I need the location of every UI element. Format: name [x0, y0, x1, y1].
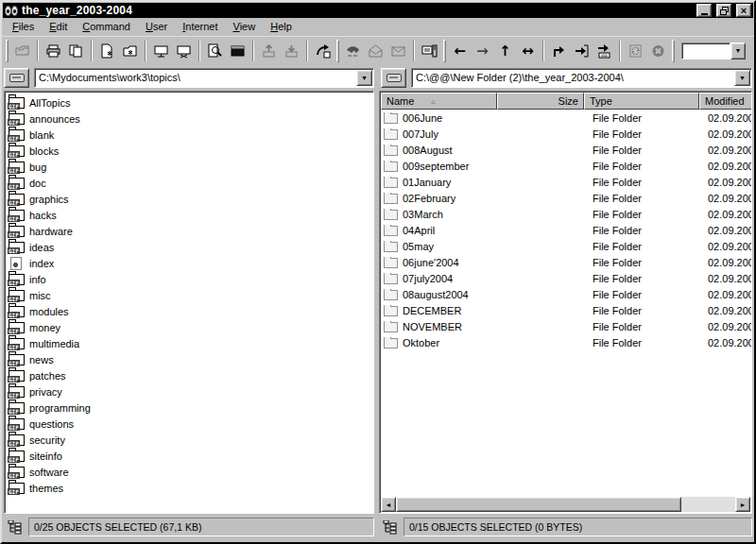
left-pane-item[interactable]: GIFgraphics [7, 191, 373, 207]
quick-filter-combo[interactable]: ▼ [681, 42, 746, 60]
left-pane-item[interactable]: GIFpatches [7, 367, 373, 383]
column-header-size[interactable]: Size [497, 93, 584, 110]
left-pane-item[interactable]: GIFideas [7, 239, 373, 255]
right-drive-button[interactable] [381, 68, 406, 88]
left-pane-item[interactable]: GIFhacks [7, 207, 373, 223]
right-path-value[interactable]: C:\@@\New Folder (2)\the_year_2003-2004\ [412, 69, 733, 87]
scrollbar-track[interactable] [396, 497, 735, 512]
new-folder-button[interactable] [119, 40, 141, 62]
file-row[interactable]: 08august2004File Folder02.09.2004 [381, 286, 752, 302]
horizontal-scrollbar[interactable]: ◄ ► [381, 497, 750, 512]
quick-filter-value[interactable] [681, 42, 730, 60]
up-button[interactable]: ↑ [494, 40, 516, 62]
right-path-combo[interactable]: C:\@@\New Folder (2)\the_year_2003-2004\… [411, 68, 752, 88]
download-button[interactable] [281, 40, 302, 62]
tree-icon[interactable] [4, 518, 25, 536]
toolbar-gripper[interactable] [672, 40, 675, 62]
close-button[interactable]: × [736, 4, 751, 17]
left-pane-item[interactable]: index [7, 255, 373, 271]
file-row[interactable]: 07july2004File Folder02.09.2004 [381, 270, 752, 286]
right-path-dropdown-button[interactable]: ▼ [734, 70, 750, 86]
left-pane-item[interactable]: GIFmultimedia [7, 335, 373, 351]
scroll-left-button[interactable]: ◄ [381, 497, 396, 512]
menu-user[interactable]: User [138, 19, 175, 35]
mail-read-button[interactable] [387, 40, 409, 62]
sync-folders-button[interactable] [11, 40, 33, 62]
tree-icon[interactable] [379, 518, 400, 536]
mail-send-button[interactable] [365, 40, 387, 62]
file-row[interactable]: 006JuneFile Folder02.09.2004 [381, 110, 752, 126]
file-row[interactable]: 03MarchFile Folder02.09.2004 [381, 206, 752, 222]
left-path-value[interactable]: C:\Mydocuments\work3\topics\ [35, 69, 355, 87]
refresh-button[interactable] [625, 40, 646, 62]
menu-files[interactable]: Files [5, 19, 42, 35]
left-pane-item[interactable]: GIFblank [7, 127, 373, 143]
left-path-combo[interactable]: C:\Mydocuments\work3\topics\ ▼ [34, 68, 374, 88]
left-pane-item[interactable]: GIFprivacy [7, 383, 373, 400]
left-pane-item[interactable]: GIFmisc [7, 287, 373, 303]
file-row[interactable]: NOVEMBERFile Folder02.09.2004 [381, 318, 752, 334]
left-pane-item[interactable]: GIFbug [7, 159, 373, 175]
left-pane-item[interactable]: GIFmodules [7, 303, 373, 319]
file-row[interactable]: 01JanuaryFile Folder02.09.2004 [381, 174, 752, 190]
menu-internet[interactable]: Internet [175, 19, 225, 35]
swap-panels-button[interactable]: ↔ [517, 40, 539, 62]
left-file-pane[interactable]: GIFAllTopics GIFannounces GIFblank GIFbl… [4, 91, 374, 514]
upload-button[interactable] [258, 40, 280, 62]
print-button[interactable] [43, 40, 64, 62]
transfer-button[interactable] [312, 40, 334, 62]
left-pane-item[interactable]: GIFannounces [7, 110, 373, 127]
menu-view[interactable]: View [226, 19, 264, 35]
left-pane-item[interactable]: GIFprogramming [7, 400, 373, 416]
left-pane-item[interactable]: GIFmoney [7, 319, 373, 335]
disconnect-button[interactable] [173, 40, 195, 62]
copy-button[interactable] [65, 40, 87, 62]
scroll-right-button[interactable]: ► [735, 497, 750, 512]
column-header-type[interactable]: Type [584, 93, 699, 110]
back-button[interactable]: ← [449, 40, 471, 62]
scrollbar-thumb[interactable] [396, 497, 681, 512]
terminal-button[interactable] [227, 40, 249, 62]
connect-button[interactable] [150, 40, 172, 62]
remote-computer-button[interactable] [419, 40, 440, 62]
toolbar-gripper[interactable] [443, 40, 446, 62]
new-file-button[interactable] [96, 40, 118, 62]
file-row[interactable]: 008AugustFile Folder02.09.2004 [381, 142, 752, 158]
right-file-pane[interactable]: Name▵ Size Type Modified 006JuneFile Fol… [379, 91, 752, 514]
menu-help[interactable]: Help [263, 19, 300, 35]
left-drive-button[interactable] [4, 68, 29, 88]
file-row[interactable]: 009septemberFile Folder02.09.2004 [381, 158, 752, 174]
column-header-modified[interactable]: Modified [699, 93, 752, 110]
left-pane-item[interactable]: GIFdoc [7, 175, 373, 191]
left-pane-item[interactable]: GIFthemes [7, 480, 373, 496]
file-row[interactable]: 02FebruaryFile Folder02.09.2004 [381, 190, 752, 206]
stop-button[interactable] [647, 40, 669, 62]
file-row[interactable]: 06june'2004File Folder02.09.2004 [381, 254, 752, 270]
left-pane-item[interactable]: GIFquestions [7, 416, 373, 432]
toolbar-gripper[interactable] [6, 40, 9, 62]
dial-button[interactable] [342, 40, 364, 62]
left-pane-item[interactable]: GIFinfo [7, 271, 373, 287]
left-path-dropdown-button[interactable]: ▼ [356, 70, 372, 86]
left-pane-item[interactable]: GIFAllTopics [7, 94, 373, 110]
go-into-button[interactable] [571, 40, 593, 62]
left-pane-item[interactable]: GIFsiteinfo [7, 448, 373, 464]
find-button[interactable] [204, 40, 226, 62]
left-pane-item[interactable]: GIFblocks [7, 143, 373, 159]
file-row[interactable]: 04AprilFile Folder02.09.2004 [381, 222, 752, 238]
left-pane-item[interactable]: GIFhardware [7, 223, 373, 239]
toolbar-gripper[interactable] [336, 40, 339, 62]
forward-button[interactable]: → [472, 40, 493, 62]
left-pane-item[interactable]: GIFsecurity [7, 432, 373, 448]
file-row[interactable]: DECEMBERFile Folder02.09.2004 [381, 302, 752, 318]
left-pane-item[interactable]: GIFsoftware [7, 464, 373, 480]
left-pane-item[interactable]: GIFnews [7, 351, 373, 367]
menu-edit[interactable]: Edit [42, 19, 75, 35]
column-header-name[interactable]: Name▵ [381, 93, 497, 110]
restore-button[interactable] [716, 4, 731, 17]
quick-filter-dropdown-button[interactable]: ▼ [730, 42, 746, 60]
go-list-button[interactable] [593, 40, 615, 62]
go-root-button[interactable] [548, 40, 570, 62]
file-row[interactable]: 007JulyFile Folder02.09.2004 [381, 126, 752, 142]
file-row[interactable]: OktoberFile Folder02.09.2004 [381, 334, 752, 350]
